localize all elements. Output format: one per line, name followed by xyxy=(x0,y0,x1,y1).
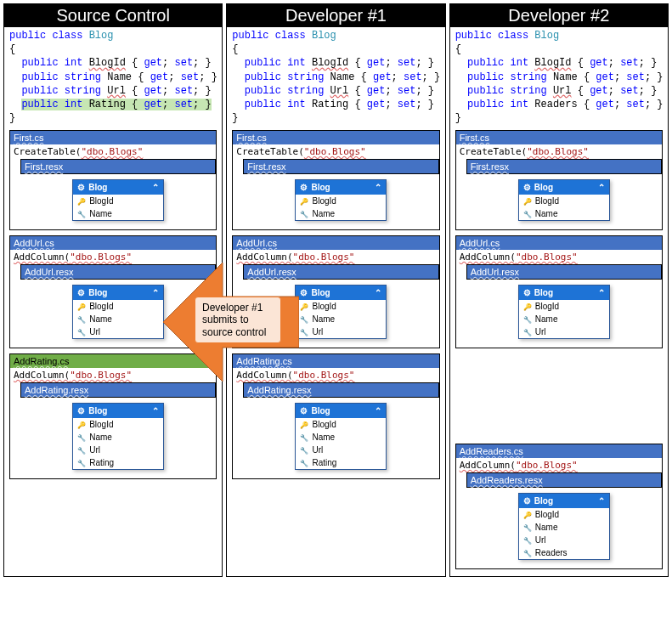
entity-prop: Name xyxy=(73,431,163,444)
entity-diagram-blog: ⚙Blog⌃ BlogId Name xyxy=(295,179,387,221)
column-source-control: Source Control public class Blog { publi… xyxy=(3,3,223,577)
chevron-up-icon: ⌃ xyxy=(598,183,605,192)
migration-first: First.cs CreateTable("dbo.Blogs" First.r… xyxy=(9,130,217,230)
entity-prop: Rating xyxy=(73,456,163,469)
chevron-up-icon: ⌃ xyxy=(598,496,605,506)
file-label: AddRating.cs xyxy=(10,354,216,368)
chevron-up-icon: ⌃ xyxy=(152,288,159,297)
entity-prop: Name xyxy=(73,207,163,220)
entity-prop: BlogId xyxy=(73,418,163,431)
migration-addrating: AddRating.cs AddColumn("dbo.Blogs" AddRa… xyxy=(9,353,217,479)
key-icon xyxy=(77,196,86,206)
migration-code: AddColumn("dbo.Blogs" xyxy=(10,368,216,382)
wrench-icon xyxy=(77,458,86,467)
entity-prop: Name xyxy=(296,313,386,325)
diagram-columns: Developer #1 submits to source control S… xyxy=(3,3,669,577)
migration-code: CreateTable("dbo.Blogs" xyxy=(233,144,438,159)
entity-prop: Name xyxy=(519,313,609,325)
migration-code: AddColumn("dbo.Blogs" xyxy=(233,368,438,382)
wrench-icon xyxy=(77,314,86,324)
entity-prop: BlogId xyxy=(519,508,609,521)
entity-diagram-blog: ⚙Blog⌃ BlogId Name Url xyxy=(72,285,164,339)
wrench-icon xyxy=(300,314,308,324)
key-icon xyxy=(523,302,532,311)
key-icon xyxy=(523,510,532,519)
file-label: AddUrl.resx xyxy=(20,264,216,280)
entity-prop: Name xyxy=(519,521,609,534)
entity-prop: BlogId xyxy=(296,195,386,207)
column-title: Developer #1 xyxy=(227,4,444,27)
wrench-icon xyxy=(300,458,308,467)
wrench-icon xyxy=(523,523,532,532)
entity-diagram-blog: ⚙Blog⌃ BlogId Name xyxy=(518,179,610,221)
migration-first: First.cs CreateTable("dbo.Blogs" First.r… xyxy=(455,130,663,230)
entity-prop: Url xyxy=(296,444,386,456)
file-label: First.cs xyxy=(456,131,662,144)
link-icon: ⚙ xyxy=(77,406,85,416)
link-icon: ⚙ xyxy=(523,288,531,297)
migration-first: First.cs CreateTable("dbo.Blogs" First.r… xyxy=(232,130,439,230)
wrench-icon xyxy=(300,445,308,455)
chevron-up-icon: ⌃ xyxy=(375,288,381,297)
entity-prop: Readers xyxy=(519,546,609,559)
wrench-icon xyxy=(77,209,86,218)
entity-prop: Name xyxy=(296,207,386,220)
entity-prop: Url xyxy=(519,534,609,546)
migration-addurl: AddUrl.cs AddColumn("dbo.Blogs" AddUrl.r… xyxy=(455,235,663,348)
key-icon xyxy=(77,420,86,429)
migration-code: AddColumn("dbo.Blogs" xyxy=(456,250,662,264)
chevron-up-icon: ⌃ xyxy=(375,406,381,416)
entity-prop: BlogId xyxy=(296,300,386,313)
entity-prop: Url xyxy=(73,444,163,456)
entity-diagram-blog: ⚙Blog⌃ BlogId Name Url Rating xyxy=(295,403,387,470)
code-block-dev2: public class Blog { public int BlogId { … xyxy=(450,27,668,128)
gap-spacer xyxy=(455,353,663,438)
file-label: First.resx xyxy=(20,159,216,174)
column-title: Developer #2 xyxy=(450,4,668,27)
wrench-icon xyxy=(300,327,308,336)
code-block-source: public class Blog { public int BlogId { … xyxy=(4,27,222,128)
entity-prop: BlogId xyxy=(73,300,163,313)
column-title: Source Control xyxy=(4,4,222,27)
migration-addrating: AddRating.cs AddColumn("dbo.Blogs" AddRa… xyxy=(232,353,439,479)
file-label: First.cs xyxy=(233,131,438,144)
column-dev1: Developer #1 public class Blog { public … xyxy=(226,3,445,577)
chevron-up-icon: ⌃ xyxy=(152,183,159,192)
chevron-up-icon: ⌃ xyxy=(152,406,159,416)
migrations-source: First.cs CreateTable("dbo.Blogs" First.r… xyxy=(4,128,222,486)
file-label: AddRating.resx xyxy=(243,382,438,398)
link-icon: ⚙ xyxy=(300,406,308,416)
link-icon: ⚙ xyxy=(77,288,85,297)
file-label: AddUrl.resx xyxy=(466,264,662,280)
migration-addurl: AddUrl.cs AddColumn("dbo.Blogs" AddUrl.r… xyxy=(9,235,217,348)
migration-addreaders: AddReaders.cs AddColumn("dbo.Blogs" AddR… xyxy=(455,444,663,569)
file-label: First.cs xyxy=(10,131,216,144)
arrow-label: Developer #1 submits to source control xyxy=(195,297,281,343)
link-icon: ⚙ xyxy=(77,183,85,192)
key-icon xyxy=(300,420,308,429)
key-icon xyxy=(77,302,86,311)
entity-prop: Name xyxy=(73,313,163,325)
entity-prop: BlogId xyxy=(519,300,609,313)
entity-prop: BlogId xyxy=(519,195,609,207)
file-label: AddUrl.resx xyxy=(243,264,438,280)
wrench-icon xyxy=(77,327,86,336)
migration-code: CreateTable("dbo.Blogs" xyxy=(10,144,216,159)
file-label: AddUrl.cs xyxy=(10,236,216,250)
file-label: AddReaders.resx xyxy=(466,472,662,488)
file-label: AddReaders.cs xyxy=(456,444,662,458)
link-icon: ⚙ xyxy=(300,288,308,297)
migration-code: CreateTable("dbo.Blogs" xyxy=(456,144,662,159)
wrench-icon xyxy=(523,209,532,218)
wrench-icon xyxy=(300,209,308,218)
entity-diagram-blog: ⚙Blog⌃ BlogId Name Url Readers xyxy=(518,493,610,560)
file-label: First.resx xyxy=(466,159,662,174)
entity-prop: Url xyxy=(73,325,163,338)
key-icon xyxy=(523,196,532,206)
key-icon xyxy=(300,196,308,206)
wrench-icon xyxy=(523,314,532,324)
file-label: AddRating.cs xyxy=(233,354,438,368)
link-icon: ⚙ xyxy=(523,183,531,192)
wrench-icon xyxy=(523,535,532,545)
wrench-icon xyxy=(523,548,532,557)
